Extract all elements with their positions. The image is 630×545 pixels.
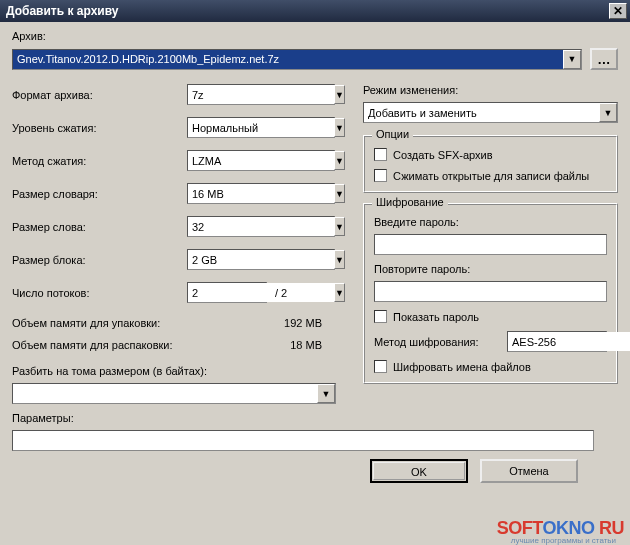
- split-combo[interactable]: ▼: [12, 383, 336, 404]
- enc-method-label: Метод шифрования:: [374, 336, 501, 348]
- options-legend: Опции: [372, 128, 413, 140]
- open-files-checkbox[interactable]: [374, 169, 387, 182]
- window-title: Добавить к архиву: [6, 4, 609, 18]
- encrypt-names-checkbox[interactable]: [374, 360, 387, 373]
- password-input[interactable]: [374, 234, 607, 255]
- threads-label: Число потоков:: [12, 287, 187, 299]
- pack-mem-value: 192 MB: [272, 317, 322, 329]
- level-combo[interactable]: ▼: [187, 117, 335, 138]
- dropdown-icon[interactable]: ▼: [334, 217, 345, 236]
- password2-label: Повторите пароль:: [374, 263, 607, 275]
- encryption-legend: Шифрование: [372, 196, 448, 208]
- format-label: Формат архива:: [12, 89, 187, 101]
- split-label: Разбить на тома размером (в байтах):: [12, 365, 357, 377]
- params-input[interactable]: [12, 430, 594, 451]
- unpack-mem-value: 18 MB: [272, 339, 322, 351]
- dict-label: Размер словаря:: [12, 188, 187, 200]
- show-password-label: Показать пароль: [393, 311, 479, 323]
- watermark: SOFTOKNO RU лучшие программы и статьи: [497, 518, 624, 539]
- sfx-checkbox[interactable]: [374, 148, 387, 161]
- update-mode-label: Режим изменения:: [363, 84, 618, 96]
- dropdown-icon[interactable]: ▼: [334, 85, 345, 104]
- dialog-body: Архив: ▼ … Формат архива: ▼ Уровень сжат…: [0, 22, 630, 545]
- cancel-button[interactable]: Отмена: [480, 459, 578, 483]
- dict-combo[interactable]: ▼: [187, 183, 335, 204]
- browse-button[interactable]: …: [590, 48, 618, 70]
- dropdown-icon[interactable]: ▼: [334, 118, 345, 137]
- update-mode-combo[interactable]: ▼: [363, 102, 618, 123]
- close-button[interactable]: ✕: [609, 3, 627, 19]
- dropdown-icon[interactable]: ▼: [563, 50, 581, 69]
- dropdown-icon[interactable]: ▼: [599, 103, 617, 122]
- word-combo[interactable]: ▼: [187, 216, 335, 237]
- format-combo[interactable]: ▼: [187, 84, 335, 105]
- show-password-checkbox[interactable]: [374, 310, 387, 323]
- password-label: Введите пароль:: [374, 216, 607, 228]
- pack-mem-label: Объем памяти для упаковки:: [12, 317, 272, 329]
- right-column: Режим изменения: ▼ Опции Создать SFX-арх…: [363, 84, 618, 404]
- block-combo[interactable]: ▼: [187, 249, 335, 270]
- dropdown-icon[interactable]: ▼: [334, 184, 345, 203]
- archive-label: Архив:: [12, 30, 618, 42]
- unpack-mem-label: Объем памяти для распаковки:: [12, 339, 272, 351]
- method-combo[interactable]: ▼: [187, 150, 335, 171]
- threads-total: / 2: [275, 287, 287, 299]
- dropdown-icon[interactable]: ▼: [317, 384, 335, 403]
- ok-button[interactable]: OK: [370, 459, 468, 483]
- open-files-label: Сжимать открытые для записи файлы: [393, 170, 589, 182]
- method-label: Метод сжатия:: [12, 155, 187, 167]
- enc-method-combo[interactable]: ▼: [507, 331, 607, 352]
- title-bar: Добавить к архиву ✕: [0, 0, 630, 22]
- dropdown-icon[interactable]: ▼: [334, 151, 345, 170]
- left-column: Формат архива: ▼ Уровень сжатия: ▼ Метод…: [12, 84, 357, 404]
- block-label: Размер блока:: [12, 254, 187, 266]
- dropdown-icon[interactable]: ▼: [334, 250, 345, 269]
- params-label: Параметры:: [12, 412, 618, 424]
- encryption-group: Шифрование Введите пароль: Повторите пар…: [363, 203, 618, 384]
- level-label: Уровень сжатия:: [12, 122, 187, 134]
- dropdown-icon[interactable]: ▼: [334, 283, 345, 302]
- options-group: Опции Создать SFX-архив Сжимать открытые…: [363, 135, 618, 193]
- threads-combo[interactable]: ▼: [187, 282, 267, 303]
- archive-path-combo[interactable]: ▼: [12, 49, 582, 70]
- password2-input[interactable]: [374, 281, 607, 302]
- encrypt-names-label: Шифровать имена файлов: [393, 361, 531, 373]
- sfx-label: Создать SFX-архив: [393, 149, 493, 161]
- archive-path-input[interactable]: [13, 50, 563, 69]
- word-label: Размер слова:: [12, 221, 187, 233]
